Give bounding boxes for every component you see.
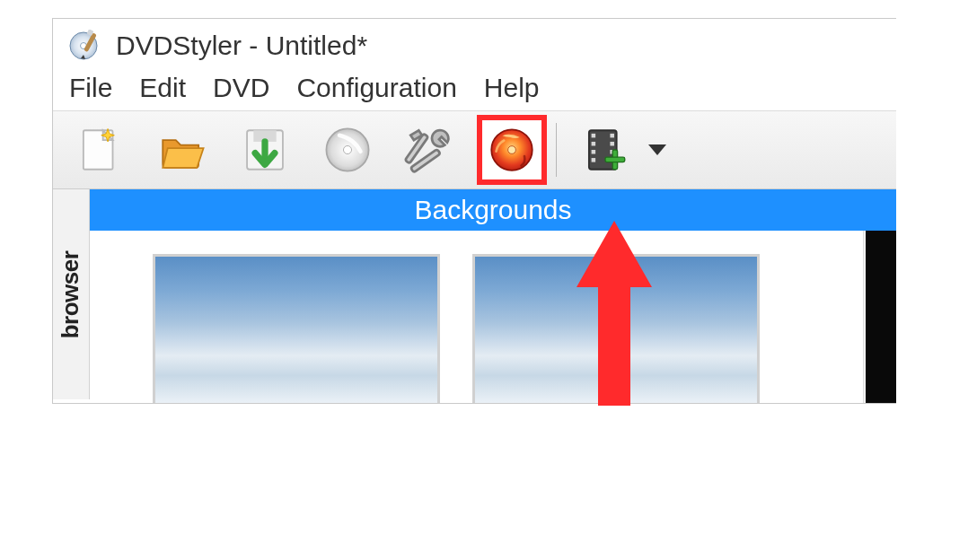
titlebar: DVDStyler - Untitled*: [53, 19, 896, 73]
toolbar: [53, 110, 896, 189]
app-window: DVDStyler - Untitled* File Edit DVD Conf…: [52, 18, 896, 404]
svg-point-9: [343, 145, 351, 153]
menubar: File Edit DVD Configuration Help: [53, 73, 896, 110]
open-button[interactable]: [146, 119, 218, 180]
menu-configuration[interactable]: Configuration: [296, 73, 456, 103]
save-button[interactable]: [229, 119, 301, 180]
app-icon: [67, 30, 100, 62]
background-thumbnail[interactable]: [153, 254, 440, 404]
svg-rect-19: [610, 134, 614, 138]
burn-disc-icon: [487, 125, 537, 175]
body-area: browser Backgrounds: [53, 189, 896, 399]
menu-dvd[interactable]: DVD: [213, 73, 269, 103]
menu-help[interactable]: Help: [484, 73, 540, 103]
svg-rect-20: [610, 142, 614, 146]
add-video-dropdown-icon[interactable]: [648, 144, 666, 155]
window-title: DVDStyler - Untitled*: [116, 31, 367, 61]
backgrounds-thumbnails: [90, 231, 863, 404]
preview-area: [866, 231, 896, 404]
background-thumbnail[interactable]: [472, 254, 760, 404]
preview-button[interactable]: [312, 119, 383, 180]
svg-rect-15: [592, 134, 596, 138]
sidebar-tab-label: browser: [57, 250, 85, 338]
add-video-button[interactable]: [569, 119, 641, 180]
svg-rect-16: [592, 142, 596, 146]
sidebar-tab[interactable]: browser: [53, 189, 90, 399]
menu-file[interactable]: File: [69, 73, 112, 103]
svg-rect-17: [592, 150, 596, 154]
svg-rect-24: [605, 157, 625, 162]
burn-button-highlighted[interactable]: [477, 115, 547, 185]
backgrounds-panel-header: Backgrounds: [90, 189, 896, 231]
toolbar-separator: [556, 123, 557, 177]
new-file-button[interactable]: [64, 119, 136, 180]
tools-button[interactable]: [394, 119, 466, 180]
svg-rect-18: [592, 158, 596, 162]
svg-point-13: [508, 146, 516, 154]
menu-edit[interactable]: Edit: [139, 73, 186, 103]
